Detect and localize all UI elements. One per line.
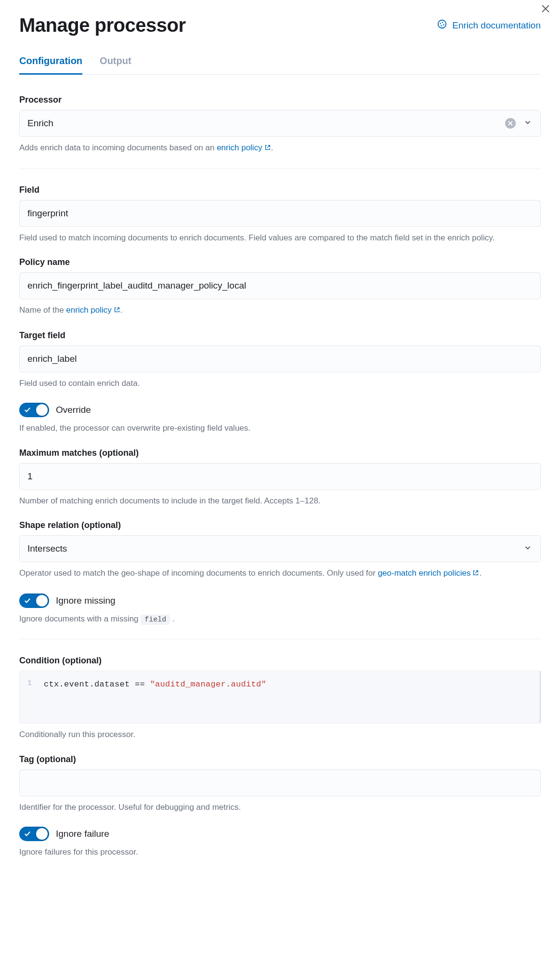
check-icon	[24, 597, 31, 604]
ignore-missing-toggle[interactable]	[19, 594, 49, 608]
close-button[interactable]	[540, 3, 551, 14]
check-icon	[24, 407, 31, 413]
line-number: 1	[27, 678, 32, 689]
target-field-label: Target field	[19, 330, 541, 341]
tabs: Configuration Output	[19, 55, 541, 75]
clear-processor-button[interactable]	[505, 118, 516, 129]
field-code-chip: field	[141, 615, 170, 625]
check-icon	[24, 831, 31, 837]
ignore-failure-toggle[interactable]	[19, 827, 49, 841]
field-help: Field used to match incoming documents t…	[19, 232, 541, 244]
enrich-policy-link[interactable]: enrich policy	[217, 143, 271, 152]
svg-point-1	[441, 22, 444, 26]
field-label: Field	[19, 185, 541, 195]
override-label: Override	[56, 405, 91, 415]
enrich-policy-link-2[interactable]: enrich policy	[66, 305, 120, 315]
documentation-link-label: Enrich documentation	[452, 20, 541, 31]
ignore-failure-help: Ignore failures for this processor.	[19, 846, 541, 858]
tag-input[interactable]	[19, 769, 541, 796]
code-text: ctx.event.dataset ==	[44, 680, 150, 689]
processor-label: Processor	[19, 95, 541, 105]
shape-relation-help: Operator used to match the geo-shape of …	[19, 567, 541, 580]
condition-help: Conditionally run this processor.	[19, 728, 541, 741]
shape-relation-label: Shape relation (optional)	[19, 520, 541, 530]
max-matches-label: Maximum matches (optional)	[19, 448, 541, 458]
target-field-input[interactable]	[19, 345, 541, 372]
tag-label: Tag (optional)	[19, 754, 541, 765]
external-link-icon	[114, 304, 120, 317]
condition-label: Condition (optional)	[19, 656, 541, 666]
svg-point-0	[438, 20, 446, 28]
ignore-missing-label: Ignore missing	[56, 595, 116, 606]
tab-configuration[interactable]: Configuration	[19, 55, 82, 75]
shape-relation-select[interactable]	[19, 535, 541, 562]
tab-output[interactable]: Output	[100, 55, 131, 75]
condition-code-editor[interactable]: 1 ctx.event.dataset == "auditd_manager.a…	[19, 671, 541, 724]
code-string: "auditd_manager.auditd"	[150, 680, 267, 689]
section-divider	[19, 168, 541, 169]
processor-help: Adds enrich data to incoming documents b…	[19, 142, 541, 155]
ignore-missing-help: Ignore documents with a missing field .	[19, 613, 541, 626]
field-input[interactable]	[19, 200, 541, 227]
ignore-failure-label: Ignore failure	[56, 829, 109, 839]
geo-match-policies-link[interactable]: geo-match enrich policies	[378, 568, 480, 578]
page-title: Manage processor	[19, 14, 185, 36]
max-matches-help: Number of matching enrich documents to i…	[19, 495, 541, 507]
override-toggle[interactable]	[19, 403, 49, 417]
section-divider	[19, 639, 541, 639]
policy-name-input[interactable]	[19, 272, 541, 299]
override-help: If enabled, the processor can overwrite …	[19, 422, 541, 435]
external-link-icon	[264, 142, 271, 155]
documentation-link[interactable]: Enrich documentation	[437, 19, 541, 32]
documentation-icon	[437, 19, 447, 32]
policy-name-label: Policy name	[19, 257, 541, 267]
tag-help: Identifier for the processor. Useful for…	[19, 801, 541, 814]
max-matches-input[interactable]	[19, 463, 541, 490]
target-field-help: Field used to contain enrich data.	[19, 377, 541, 390]
external-link-icon	[472, 567, 479, 580]
policy-name-help: Name of the enrich policy.	[19, 304, 541, 317]
processor-combobox[interactable]	[19, 110, 541, 137]
